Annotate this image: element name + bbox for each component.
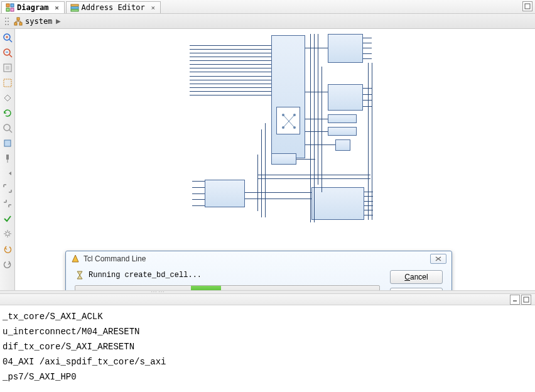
wire-bus xyxy=(190,45,271,95)
svg-line-18 xyxy=(9,40,12,42)
undo-icon[interactable] xyxy=(1,242,14,255)
svg-rect-16 xyxy=(19,23,22,25)
svg-point-10 xyxy=(5,21,6,22)
console-line: 04_AXI /axi_spdif_tx_core/s_axi xyxy=(3,354,532,369)
console-minimize-icon[interactable] xyxy=(510,295,520,305)
svg-rect-0 xyxy=(6,4,9,7)
redo-icon[interactable] xyxy=(1,258,14,270)
horizontal-splitter[interactable] xyxy=(0,290,535,294)
dialog-message: Running create_bd_cell... xyxy=(89,271,202,280)
svg-rect-26 xyxy=(4,79,11,87)
ip-block[interactable] xyxy=(271,153,296,165)
ip-block-interconnect[interactable] xyxy=(271,35,305,158)
console-line: _tx_core/S_AXI_ACLK xyxy=(3,309,532,324)
wire xyxy=(296,159,315,160)
search-icon[interactable] xyxy=(1,122,14,134)
app-icon xyxy=(71,254,80,263)
svg-point-27 xyxy=(4,124,10,131)
ip-block[interactable] xyxy=(328,114,357,123)
console-maximize-icon[interactable] xyxy=(521,295,531,305)
svg-rect-14 xyxy=(17,18,19,20)
wire xyxy=(372,63,372,220)
wire xyxy=(314,34,315,222)
svg-point-8 xyxy=(5,18,6,19)
wire xyxy=(245,192,311,193)
validate-icon[interactable] xyxy=(1,212,14,225)
wire xyxy=(318,34,318,185)
tab-close-icon[interactable]: × xyxy=(149,3,158,12)
svg-rect-1 xyxy=(11,4,14,7)
svg-rect-5 xyxy=(71,7,78,9)
svg-point-36 xyxy=(293,126,296,129)
zoom-in-icon[interactable] xyxy=(1,31,14,44)
wire xyxy=(257,155,258,211)
console-line: _ps7/S_AXI_HP0 xyxy=(3,369,532,384)
pin-tool-icon[interactable] xyxy=(1,152,14,165)
console-line: dif_tx_core/S_AXI_ARESETN xyxy=(3,339,532,354)
svg-point-12 xyxy=(5,24,6,25)
dialog-close-button[interactable] xyxy=(430,254,446,264)
hierarchy-icon xyxy=(14,17,23,26)
svg-point-9 xyxy=(8,18,9,19)
dialog-title-text: Tcl Command Line xyxy=(84,254,146,263)
window-controls xyxy=(522,1,532,11)
tcl-console[interactable]: _tx_core/S_AXI_ACLK u_interconnect/M04_A… xyxy=(0,305,535,391)
console-header xyxy=(0,294,535,305)
wire xyxy=(257,178,370,179)
wire xyxy=(310,34,311,222)
select-area-icon[interactable] xyxy=(1,77,14,89)
svg-point-32 xyxy=(6,232,9,236)
svg-rect-4 xyxy=(71,4,78,6)
port-tool-icon[interactable] xyxy=(1,167,14,180)
ip-block[interactable] xyxy=(311,187,364,220)
breadcrumb-item[interactable]: system xyxy=(25,17,52,26)
zoom-out-icon[interactable] xyxy=(1,46,14,59)
svg-line-28 xyxy=(9,130,12,133)
wire xyxy=(261,129,262,217)
svg-point-13 xyxy=(8,24,9,25)
dialog-title-bar[interactable]: Tcl Command Line xyxy=(66,251,451,266)
svg-point-33 xyxy=(282,114,284,116)
svg-rect-25 xyxy=(6,66,9,70)
ip-block[interactable] xyxy=(328,127,357,136)
breadcrumb-bar: system ▶ xyxy=(0,14,535,29)
wire xyxy=(305,119,328,119)
ip-subblock[interactable] xyxy=(276,107,300,134)
tab-diagram[interactable]: Diagram × xyxy=(1,1,65,13)
wire xyxy=(305,92,328,92)
wire xyxy=(368,63,369,220)
svg-rect-6 xyxy=(71,9,78,11)
svg-point-34 xyxy=(293,114,296,116)
wire xyxy=(245,199,311,199)
svg-rect-2 xyxy=(6,8,9,11)
ip-block[interactable] xyxy=(328,84,363,111)
wire xyxy=(265,123,266,217)
hourglass-icon xyxy=(75,270,85,280)
toolbar-grip-icon[interactable] xyxy=(3,15,11,28)
close-icon xyxy=(435,256,442,262)
console-line: u_interconnect/M04_ARESETN xyxy=(3,324,532,339)
zoom-fit-icon[interactable] xyxy=(1,62,14,74)
tab-bar: Diagram × Address Editor × xyxy=(0,0,535,14)
wire xyxy=(257,175,370,175)
cancel-button[interactable]: Cancel xyxy=(390,270,443,284)
ip-block[interactable] xyxy=(205,180,245,207)
refresh-icon[interactable] xyxy=(1,107,14,119)
svg-point-11 xyxy=(8,21,9,22)
ip-block[interactable] xyxy=(335,139,350,151)
svg-point-35 xyxy=(282,126,284,129)
block-diagram-canvas[interactable]: Tcl Command Line Running create_bd_cell.… xyxy=(15,29,535,290)
svg-rect-3 xyxy=(11,8,14,11)
progress-bar xyxy=(75,285,380,290)
svg-line-22 xyxy=(9,55,12,57)
tab-address-editor[interactable]: Address Editor × xyxy=(66,1,161,13)
tab-close-icon[interactable]: × xyxy=(53,3,62,12)
add-ip-icon[interactable] xyxy=(1,137,14,150)
settings-gear-icon[interactable] xyxy=(1,227,14,240)
expand-icon[interactable] xyxy=(1,182,14,195)
maximize-icon[interactable] xyxy=(522,1,532,11)
ip-block[interactable] xyxy=(328,34,363,63)
collapse-icon[interactable] xyxy=(1,197,14,210)
auto-layout-icon[interactable] xyxy=(1,92,14,104)
progress-indicator xyxy=(191,286,221,290)
